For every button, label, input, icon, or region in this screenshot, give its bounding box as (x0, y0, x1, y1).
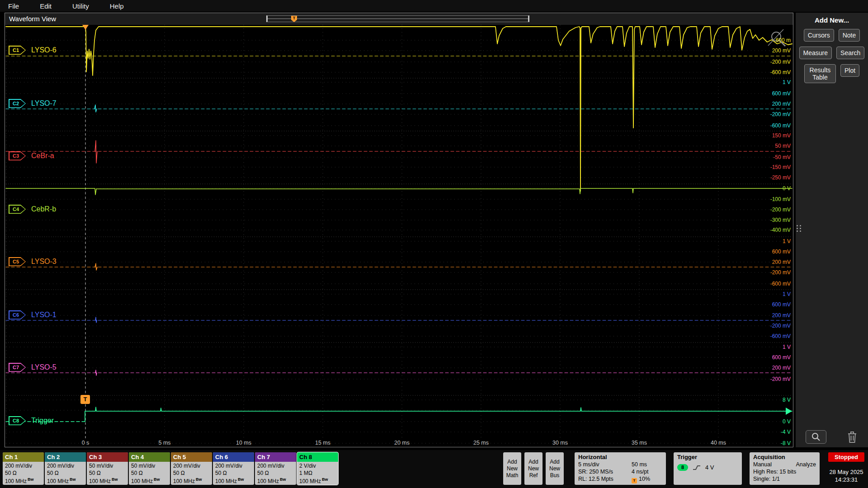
channel-settings-badge-7[interactable]: Ch 7200 mV/div50 Ω100 MHzBw (255, 452, 296, 485)
scale-label-C6: 200 mV (751, 312, 791, 319)
channel-badge-C2[interactable]: C2 (9, 99, 26, 108)
scale-label-C8: 0 V (751, 418, 791, 425)
channel-badge-C6[interactable]: C6 (9, 310, 26, 319)
channel-tag-C6[interactable]: C6LYSO-1 (9, 310, 57, 320)
channel-tag-C3[interactable]: C3CeBr-a (9, 151, 54, 161)
zoom-mode-button[interactable] (806, 430, 826, 444)
time-axis-label: 35 ms (626, 440, 653, 446)
channel-settings-badge-2[interactable]: Ch 2200 mV/div50 Ω100 MHzBw (45, 452, 86, 485)
record-length-line (268, 19, 528, 19)
trigger-indicator-badge[interactable]: T (80, 395, 90, 404)
add-new-math-button[interactable]: Add New Math (503, 452, 521, 485)
results-table-button[interactable]: Results Table (804, 64, 836, 83)
trigger-position-flag[interactable]: T (291, 16, 297, 22)
channel-impedance: 50 Ω (89, 470, 128, 477)
channel-bandwidth: 100 MHzBw (131, 477, 170, 485)
add-new-ref-button[interactable]: Add New Ref (524, 452, 542, 485)
scale-label-C4: -100 mV (751, 196, 791, 203)
add-new-group: Add New Math Add New Ref Add New Bus (503, 452, 564, 485)
channel-settings-badge-6[interactable]: Ch 6200 mV/div50 Ω100 MHzBw (213, 452, 254, 485)
channel-tag-C8[interactable]: C8Trigger (9, 416, 54, 426)
channel-impedance: 50 Ω (131, 470, 170, 477)
channel-badge-C8[interactable]: C8 (9, 416, 26, 425)
acquisition-analyze: Analyze (796, 461, 816, 468)
channel-badge-label: C7 (9, 364, 25, 371)
channel-badge-C5[interactable]: C5 (9, 257, 26, 266)
menu-utility[interactable]: Utility (72, 2, 89, 10)
channel-badge-C3[interactable]: C3 (9, 151, 26, 160)
channel-badges: Ch 1200 mV/div50 Ω100 MHzBwCh 2200 mV/di… (3, 452, 338, 485)
waveform-view-window: Waveform View T T 600 m200 mV-200 mV-600… (5, 13, 793, 447)
bandwidth-badge: Bw (112, 477, 118, 482)
trash-icon[interactable] (846, 430, 858, 444)
menu-file[interactable]: File (8, 2, 19, 10)
channel-tag-C1[interactable]: C1LYSO-6 (9, 45, 57, 55)
trace-C8 (85, 407, 792, 422)
channel-scale: 200 mV/div (257, 463, 296, 470)
acquisition-mode: Manual (753, 461, 772, 468)
channel-settings-header: Ch 5 (171, 452, 212, 462)
status-time: 14:23:31 (829, 476, 863, 484)
scale-label-C1: 200 mV (751, 47, 791, 54)
channel-name-C5: LYSO-3 (31, 258, 57, 266)
channel-badge-C7[interactable]: C7 (9, 363, 26, 372)
horizontal-title: Horizontal (578, 454, 662, 460)
scale-label-C1: -200 mV (751, 58, 791, 66)
scale-label-C2: 200 mV (751, 100, 791, 108)
channel-name-C3: CeBr-a (31, 152, 54, 160)
plot-button[interactable]: Plot (840, 64, 859, 77)
horizontal-position-bar[interactable]: T (266, 15, 529, 22)
channel-scale: 200 mV/div (5, 463, 44, 470)
channel-settings-header: Ch 4 (129, 452, 170, 462)
channel-settings-body: 200 mV/div50 Ω100 MHzBw (3, 462, 44, 485)
channel-tag-C5[interactable]: C5LYSO-3 (9, 257, 57, 267)
scale-label-C6: 600 mV (751, 301, 791, 308)
measure-button[interactable]: Measure (799, 47, 832, 59)
magnifier-icon (811, 432, 821, 441)
channel-tag-C4[interactable]: C4CebR-b (9, 204, 56, 214)
channel-tag-C2[interactable]: C2LYSO-7 (9, 99, 57, 108)
channel-badge-label: C8 (9, 417, 25, 425)
note-button[interactable]: Note (839, 29, 860, 42)
channel-settings-badge-3[interactable]: Ch 350 mV/div50 Ω100 MHzBw (87, 452, 128, 485)
time-axis-label: 15 ms (309, 440, 336, 446)
channel-badge-label: C2 (9, 100, 25, 108)
bandwidth-badge: Bw (238, 477, 244, 482)
channel-settings-body: 200 mV/div50 Ω100 MHzBw (45, 462, 86, 485)
cursors-button[interactable]: Cursors (804, 29, 834, 42)
channel-settings-badge-5[interactable]: Ch 5200 mV/div50 Ω100 MHzBw (171, 452, 212, 485)
trigger-position-marker[interactable] (82, 25, 89, 30)
channel-settings-badge-4[interactable]: Ch 450 mV/div50 Ω100 MHzBw (129, 452, 170, 485)
scale-label-C2: -200 mV (751, 111, 791, 118)
channel-tag-C7[interactable]: C7LYSO-5 (9, 362, 57, 372)
acquisition-panel[interactable]: Acquisition Manual Analyze High Res: 15 … (750, 452, 820, 485)
panel-splitter-handle[interactable] (797, 225, 802, 232)
channel-name-C4: CebR-b (31, 205, 56, 213)
add-new-bus-button[interactable]: Add New Bus (546, 452, 564, 485)
channel-settings-badge-1[interactable]: Ch 1200 mV/div50 Ω100 MHzBw (3, 452, 44, 485)
channel-scale: 200 mV/div (47, 463, 86, 470)
channel-settings-header: Ch 7 (255, 452, 296, 462)
channel-scale: 50 mV/div (131, 463, 170, 470)
time-axis-label: 25 ms (467, 440, 495, 446)
channel-impedance: 50 Ω (5, 470, 44, 477)
channel-settings-header: Ch 3 (87, 452, 128, 462)
menu-help[interactable]: Help (110, 2, 124, 10)
trigger-level-arrow[interactable] (786, 408, 792, 415)
horizontal-panel[interactable]: Horizontal 5 ms/div 50 ms SR: 250 MS/s 4… (575, 452, 666, 485)
channel-badge-C1[interactable]: C1 (9, 46, 26, 55)
channel-settings-body: 50 mV/div50 Ω100 MHzBw (129, 462, 170, 485)
scale-label-C4: 0 V (751, 185, 791, 192)
scale-label-C7: 600 mV (751, 354, 791, 361)
channel-name-C8: Trigger (31, 417, 54, 425)
trace-C5 (95, 263, 97, 270)
channel-bandwidth: 100 MHzBw (257, 477, 296, 485)
trigger-panel[interactable]: Trigger 8 4 V (674, 452, 742, 485)
menu-edit[interactable]: Edit (40, 2, 52, 10)
bandwidth-badge: Bw (196, 477, 202, 482)
channel-settings-badge-8[interactable]: Ch 82 V/div1 MΩ100 MHzBw (297, 452, 338, 485)
channel-settings-header: Ch 8 (297, 452, 338, 462)
scale-label-C5: 600 mV (751, 248, 791, 255)
channel-badge-C4[interactable]: C4 (9, 205, 26, 214)
search-button[interactable]: Search (836, 47, 864, 59)
